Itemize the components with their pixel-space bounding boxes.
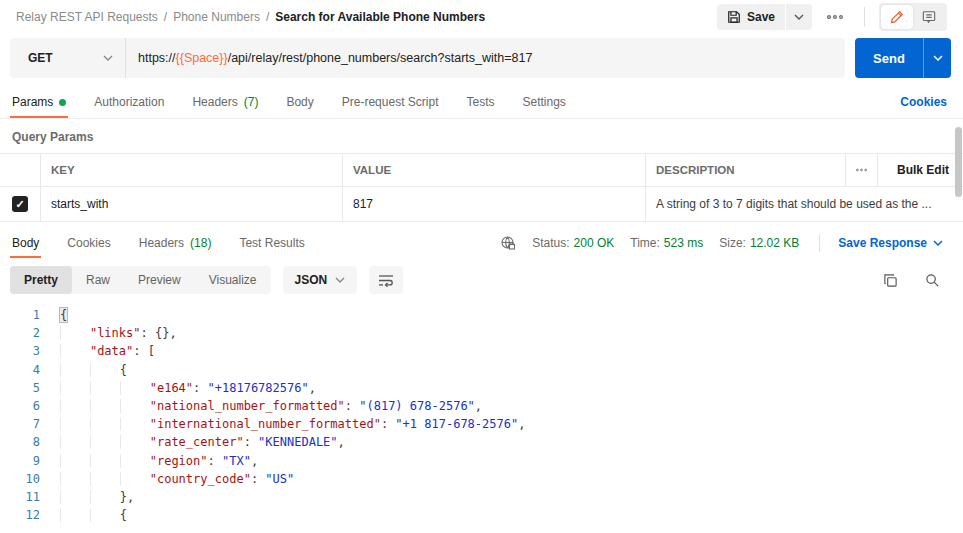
tab-settings[interactable]: Settings: [521, 86, 568, 118]
save-options-button[interactable]: [785, 4, 812, 30]
param-key-input[interactable]: starts_with: [40, 187, 342, 221]
tab-label: Tests: [466, 95, 494, 109]
globe-lock-icon: [500, 235, 516, 251]
tab-label: Body: [12, 236, 39, 250]
tab-label: Pre-request Script: [342, 95, 439, 109]
more-options-button[interactable]: [820, 4, 850, 30]
view-visualize-button[interactable]: Visualize: [195, 266, 271, 294]
param-value-input[interactable]: 817: [342, 187, 645, 221]
code-line: 5 "e164": "+18176782576",: [0, 379, 963, 397]
format-label: JSON: [295, 273, 328, 287]
breadcrumb: Relay REST API Requests / Phone Numbers …: [16, 10, 485, 24]
page-scrollbar-thumb[interactable]: [955, 127, 962, 197]
tab-params[interactable]: Params: [10, 86, 68, 118]
query-params-header-row: KEY VALUE DESCRIPTION Bulk Edit: [0, 154, 963, 187]
code-line: 13 "e164": "+18176782578",: [0, 524, 963, 527]
line-number: 1: [0, 306, 40, 324]
params-more-options-button[interactable]: [845, 154, 877, 186]
param-checkbox-cell: ✓: [0, 187, 40, 221]
select-all-cell: [0, 154, 40, 186]
save-icon: [727, 10, 741, 24]
comment-icon: [922, 10, 936, 24]
response-headers-count: (18): [190, 236, 211, 250]
line-content: {: [40, 361, 127, 379]
code-line: 10 "country_code": "US": [0, 470, 963, 488]
url-input[interactable]: https://{{Space}}/api/relay/rest/phone_n…: [126, 51, 544, 65]
code-lines: 1{2 "links": {},3 "data": [4 {5 "e164": …: [0, 306, 963, 527]
send-button[interactable]: Send: [855, 38, 923, 78]
response-tab-cookies[interactable]: Cookies: [65, 228, 112, 258]
url-prefix: https://: [138, 51, 176, 65]
line-number: 3: [0, 342, 40, 360]
request-tabs: Params Authorization Headers (7) Body Pr…: [0, 86, 963, 119]
time-label: Time:: [630, 236, 660, 250]
status-label: Status:: [532, 236, 569, 250]
wrap-lines-button[interactable]: [369, 266, 403, 294]
breadcrumb-folder[interactable]: Phone Numbers: [173, 10, 260, 24]
line-number: 5: [0, 379, 40, 397]
response-meta: Status: 200 OK Time: 523 ms Size: 12.02 …: [500, 234, 943, 252]
line-content: "data": [: [40, 342, 155, 360]
tab-tests[interactable]: Tests: [464, 86, 496, 118]
view-preview-button[interactable]: Preview: [124, 266, 195, 294]
tab-pre-request-script[interactable]: Pre-request Script: [340, 86, 441, 118]
line-content: "e164": "+18176782578",: [40, 524, 316, 527]
code-line: 6 "national_number_formatted": "(817) 67…: [0, 397, 963, 415]
tab-label: Settings: [523, 95, 566, 109]
view-raw-button[interactable]: Raw: [72, 266, 124, 294]
line-content: "region": "TX",: [40, 452, 258, 470]
response-tab-body[interactable]: Body: [10, 228, 41, 258]
breadcrumb-separator: /: [266, 10, 269, 24]
copy-icon: [883, 273, 898, 288]
url-path: /api/relay/rest/phone_numbers/search?sta…: [228, 51, 533, 65]
view-pretty-button[interactable]: Pretty: [10, 266, 72, 294]
wrap-lines-icon: [378, 273, 394, 287]
cookies-link[interactable]: Cookies: [900, 95, 947, 109]
code-line: 4 {: [0, 361, 963, 379]
chevron-down-icon: [933, 55, 943, 61]
edit-documentation-button[interactable]: [881, 5, 913, 29]
headers-count: (7): [244, 95, 259, 109]
params-active-dot: [59, 99, 66, 106]
line-content: "e164": "+18176782576",: [40, 379, 316, 397]
save-response-button[interactable]: Save Response: [838, 236, 943, 250]
line-number: 8: [0, 433, 40, 451]
tab-headers[interactable]: Headers (7): [190, 86, 260, 118]
response-body-viewer[interactable]: 1{2 "links": {},3 "data": [4 {5 "e164": …: [0, 302, 963, 527]
line-number: 4: [0, 361, 40, 379]
meta-divider: [819, 234, 820, 252]
code-line: 2 "links": {},: [0, 324, 963, 342]
breadcrumb-collection[interactable]: Relay REST API Requests: [16, 10, 158, 24]
status-indicator[interactable]: Status: 200 OK: [532, 236, 614, 250]
more-options-icon: [827, 15, 843, 19]
copy-response-button[interactable]: [875, 266, 905, 294]
size-label: Size:: [719, 236, 746, 250]
tab-body[interactable]: Body: [284, 86, 315, 118]
save-button[interactable]: Save: [717, 10, 785, 24]
param-description-input[interactable]: A string of 3 to 7 digits that should be…: [645, 187, 963, 221]
header-actions: Save: [717, 3, 947, 31]
time-indicator[interactable]: Time: 523 ms: [630, 236, 703, 250]
search-response-button[interactable]: [917, 266, 947, 294]
code-line: 8 "rate_center": "KENNEDALE",: [0, 433, 963, 451]
method-label: GET: [28, 51, 53, 65]
column-description: DESCRIPTION: [645, 154, 845, 186]
code-line: 12 {: [0, 506, 963, 524]
pencil-icon: [890, 10, 904, 24]
response-toolbar: Pretty Raw Preview Visualize JSON: [0, 258, 963, 302]
bulk-edit-button[interactable]: Bulk Edit: [877, 154, 963, 186]
tab-label: Authorization: [94, 95, 164, 109]
line-content: "rate_center": "KENNEDALE",: [40, 433, 345, 451]
url-variable: {{Space}}: [176, 51, 228, 65]
comments-button[interactable]: [913, 5, 945, 29]
send-options-button[interactable]: [923, 38, 951, 78]
response-tab-test-results[interactable]: Test Results: [237, 228, 306, 258]
tab-authorization[interactable]: Authorization: [92, 86, 166, 118]
header-divider: [864, 7, 865, 27]
param-enabled-checkbox[interactable]: ✓: [12, 196, 28, 212]
breadcrumb-request-title[interactable]: Search for Available Phone Numbers: [275, 10, 485, 24]
format-selector[interactable]: JSON: [283, 266, 358, 294]
size-indicator[interactable]: Size: 12.02 KB: [719, 236, 799, 250]
method-selector[interactable]: GET: [10, 38, 126, 78]
response-tab-headers[interactable]: Headers (18): [137, 228, 214, 258]
